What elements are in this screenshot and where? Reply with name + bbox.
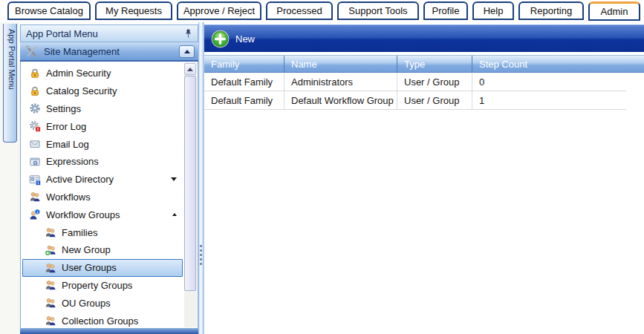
table-cell: Default Family bbox=[204, 73, 284, 91]
sidebar-item-settings[interactable]: Settings bbox=[21, 100, 183, 118]
tab-profile[interactable]: Profile bbox=[423, 1, 468, 20]
person-info-icon: i bbox=[29, 209, 42, 220]
sidebar-item-label: Families bbox=[62, 227, 97, 238]
column-header-type[interactable]: Type bbox=[397, 56, 472, 72]
scroll-up-button[interactable] bbox=[184, 63, 196, 75]
sidebar-item-workflow-groups[interactable]: iWorkflow Groups bbox=[21, 206, 183, 223]
people-icon bbox=[29, 191, 42, 203]
lock-icon bbox=[29, 85, 42, 97]
tab-browse-catalog[interactable]: Browse Catalog bbox=[7, 1, 91, 20]
sidebar-item-label: Settings bbox=[46, 103, 81, 114]
table-cell: Default Family bbox=[204, 91, 284, 109]
scrollbar-thumb[interactable] bbox=[184, 76, 196, 291]
sidebar-item-admin-security[interactable]: Admin Security bbox=[21, 65, 183, 82]
sidebar-header: App Portal Menu bbox=[20, 24, 198, 42]
sidebar-item-email-log[interactable]: Email Log bbox=[21, 135, 183, 153]
collapse-section-button[interactable] bbox=[179, 45, 195, 58]
sidebar-item-expressions[interactable]: Expressions bbox=[21, 153, 183, 171]
sidebar-item-label: Workflow Groups bbox=[46, 209, 120, 220]
sidebar-item-label: Workflows bbox=[46, 191, 91, 203]
sidebar-item-active-directory[interactable]: iActive Directory bbox=[21, 171, 183, 189]
tab-admin[interactable]: Admin bbox=[588, 1, 640, 21]
sidebar-item-catalog-security[interactable]: Catalog Security bbox=[21, 82, 183, 100]
table-cell: 1 bbox=[472, 91, 626, 109]
sidebar-item-label: User Groups bbox=[62, 262, 117, 273]
tab-my-requests[interactable]: My Requests bbox=[95, 1, 172, 20]
gear-icon bbox=[29, 102, 42, 114]
gear-error-icon: ! bbox=[29, 120, 42, 132]
people-icon bbox=[45, 279, 57, 291]
contact-card-icon: i bbox=[29, 174, 42, 186]
pin-icon[interactable] bbox=[184, 29, 192, 39]
sidebar-item-label: Admin Security bbox=[46, 68, 111, 79]
sidebar-item-ou-groups[interactable]: OU Groups bbox=[21, 294, 183, 312]
sidebar-item-new-group[interactable]: New Group bbox=[21, 241, 183, 259]
sidebar-item-label: New Group bbox=[62, 244, 111, 255]
chevron-down-icon[interactable] bbox=[171, 177, 177, 181]
column-header-family[interactable]: Family bbox=[204, 56, 284, 72]
sidebar-item-label: Email Log bbox=[46, 139, 89, 150]
sidebar-item-label: Active Directory bbox=[46, 174, 114, 185]
main-panel: New FamilyNameTypeStep Count Default Fam… bbox=[204, 22, 644, 334]
tab-help[interactable]: Help bbox=[472, 1, 514, 20]
sidebar-item-property-groups[interactable]: Property Groups bbox=[21, 277, 183, 295]
sidebar-item-workflows[interactable]: Workflows bbox=[21, 189, 183, 206]
sidebar-title: App Portal Menu bbox=[26, 28, 98, 39]
sidebar-section-title: Site Management bbox=[44, 46, 120, 57]
table-row[interactable]: Default FamilyDefault Workflow GroupUser… bbox=[204, 91, 626, 110]
sidebar-bottom-bar bbox=[20, 329, 198, 334]
new-button[interactable]: New bbox=[211, 30, 255, 48]
tab-bar: Browse CatalogMy RequestsApprove / Rejec… bbox=[0, 0, 644, 22]
svg-text:!: ! bbox=[37, 126, 39, 131]
tab-support-tools[interactable]: Support Tools bbox=[337, 1, 419, 20]
sidebar-section-site-management[interactable]: Site Management bbox=[20, 42, 198, 62]
table-cell: Default Workflow Group bbox=[284, 91, 397, 109]
table-cell: 0 bbox=[472, 73, 626, 91]
splitter-grip-icon bbox=[200, 245, 202, 265]
add-icon bbox=[211, 30, 230, 48]
table-cell: User / Group bbox=[397, 73, 472, 91]
new-button-label: New bbox=[235, 33, 255, 45]
sidebar-item-user-groups[interactable]: User Groups bbox=[22, 259, 183, 277]
tools-icon bbox=[25, 45, 39, 59]
table-cell: User / Group bbox=[397, 91, 472, 109]
sidebar-item-label: Catalog Security bbox=[46, 85, 117, 96]
sidebar-item-collection-groups[interactable]: Collection Groups bbox=[21, 312, 183, 329]
sidebar-item-error-log[interactable]: !Error Log bbox=[21, 117, 183, 135]
table-cell: Administrators bbox=[284, 73, 397, 91]
window-icon bbox=[29, 156, 42, 168]
sidebar-item-label: Error Log bbox=[46, 121, 86, 132]
toolbar: New bbox=[204, 24, 644, 52]
sidebar-item-label: Collection Groups bbox=[62, 315, 138, 327]
panel-splitter[interactable] bbox=[198, 22, 204, 334]
column-header-name[interactable]: Name bbox=[284, 56, 397, 72]
tab-reporting[interactable]: Reporting bbox=[518, 1, 584, 20]
people-icon bbox=[45, 297, 57, 309]
vertical-app-portal-menu-tab[interactable]: App Portal Menu bbox=[3, 24, 17, 143]
column-header-step-count[interactable]: Step Count bbox=[472, 56, 626, 72]
sidebar-item-families[interactable]: Families bbox=[21, 223, 183, 241]
sidebar-item-label: Property Groups bbox=[62, 280, 132, 291]
sidebar-menu-items: Admin SecurityCatalog SecuritySettings!E… bbox=[21, 65, 198, 329]
sidebar-item-label: Expressions bbox=[46, 156, 99, 167]
table-row[interactable]: Default FamilyAdministratorsUser / Group… bbox=[204, 73, 626, 91]
left-dock-strip: App Portal Menu bbox=[0, 22, 20, 334]
tab-processed[interactable]: Processed bbox=[266, 1, 333, 20]
people-icon bbox=[45, 226, 57, 238]
sidebar-scrollbar[interactable] bbox=[184, 62, 197, 327]
envelope-icon bbox=[29, 138, 42, 150]
people-icon bbox=[45, 262, 57, 274]
tab-approve-reject[interactable]: Approve / Reject bbox=[177, 1, 261, 20]
people-add-icon bbox=[45, 244, 57, 256]
table-body: Default FamilyAdministratorsUser / Group… bbox=[204, 73, 644, 110]
people-icon bbox=[45, 315, 57, 327]
sidebar-menu: Admin SecurityCatalog SecuritySettings!E… bbox=[20, 62, 198, 329]
chevron-up-icon[interactable] bbox=[172, 213, 177, 216]
table-header: FamilyNameTypeStep Count bbox=[204, 55, 644, 73]
sidebar-item-label: OU Groups bbox=[62, 298, 111, 309]
sidebar: App Portal Menu Site Management Admin Se… bbox=[20, 22, 198, 334]
lock-icon bbox=[29, 68, 42, 79]
